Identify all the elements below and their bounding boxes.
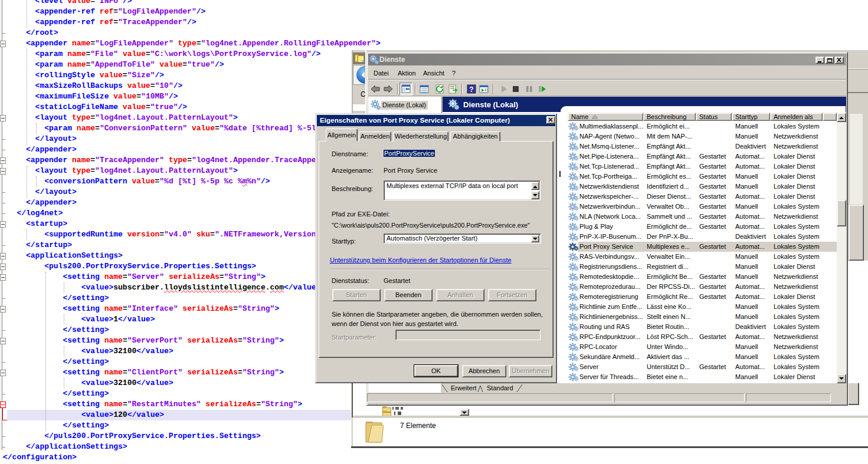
svg-text:?: ?	[469, 85, 473, 94]
